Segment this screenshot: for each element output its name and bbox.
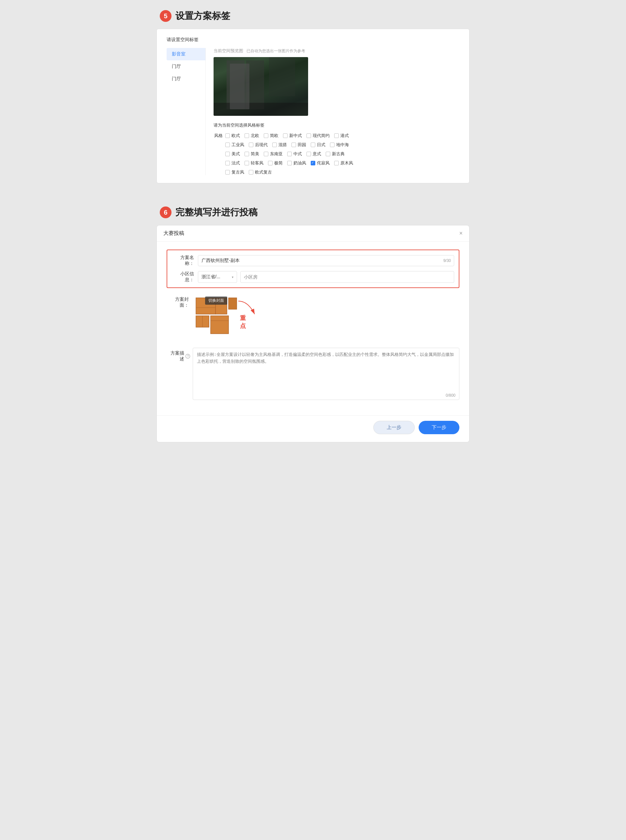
room-preview-image bbox=[214, 57, 308, 116]
style-row-4: 法式 轻客风 极简 奶油风 bbox=[214, 160, 452, 166]
style-item-7[interactable]: 后现代 bbox=[249, 142, 268, 148]
plan-name-field-wrap: 9/30 bbox=[198, 255, 454, 266]
step6-badge: 6 bbox=[160, 207, 172, 218]
style-row-5: 复古风 欧式复古 bbox=[214, 169, 452, 175]
plan-name-count: 9/30 bbox=[443, 259, 451, 263]
checkbox-16[interactable] bbox=[307, 152, 311, 156]
next-button[interactable]: 下一步 bbox=[419, 421, 459, 434]
checkbox-9[interactable] bbox=[291, 143, 296, 147]
style-item-11[interactable]: 地中海 bbox=[330, 142, 349, 148]
style-item-18[interactable]: 法式 bbox=[225, 160, 240, 166]
style-item-16[interactable]: 意式 bbox=[307, 151, 321, 157]
community-input[interactable] bbox=[240, 271, 454, 283]
checkbox-6[interactable] bbox=[225, 143, 230, 147]
style-item-20[interactable]: 极简 bbox=[268, 160, 283, 166]
modal-title: 大赛投稿 bbox=[163, 230, 184, 237]
switch-cover-button[interactable]: 切换封面 bbox=[205, 296, 227, 305]
style-item-19[interactable]: 轻客风 bbox=[244, 160, 263, 166]
desc-textarea[interactable] bbox=[193, 348, 459, 400]
space-item-2[interactable]: 门厅 bbox=[167, 73, 205, 85]
checkbox-10[interactable] bbox=[311, 143, 315, 147]
checkbox-20[interactable] bbox=[268, 161, 272, 165]
space-content: 当前空间预览图 已自动为您选出一张图片作为参考 请为当前空间选择风格标签 风格 bbox=[206, 48, 459, 175]
style-rows: 风格 欧式 北欧 简欧 bbox=[214, 133, 452, 175]
plan-name-input[interactable] bbox=[198, 255, 454, 266]
style-item-21[interactable]: 奶油风 bbox=[287, 160, 306, 166]
cover-row: 方案封面： bbox=[167, 295, 459, 341]
cover-label: 方案封面： bbox=[167, 295, 193, 308]
checkbox-23[interactable] bbox=[334, 161, 339, 165]
checkbox-24[interactable] bbox=[225, 170, 230, 174]
desc-row: 方案描述 ? 0/800 bbox=[167, 348, 459, 401]
style-item-4[interactable]: 现代简约 bbox=[307, 133, 330, 139]
plan-name-label: 方案名称： bbox=[172, 255, 198, 266]
style-item-15[interactable]: 中式 bbox=[287, 151, 302, 157]
style-row-3: 美式 简美 东南亚 中式 bbox=[214, 151, 452, 157]
style-item-13[interactable]: 简美 bbox=[244, 151, 259, 157]
checkbox-25[interactable] bbox=[249, 170, 254, 174]
checkbox-2[interactable] bbox=[264, 133, 268, 138]
plan-name-row: 方案名称： 9/30 bbox=[172, 255, 454, 266]
space-list: 影音室 门厅 门厅 bbox=[167, 48, 206, 175]
info-icon[interactable]: ? bbox=[186, 354, 190, 359]
checkbox-14[interactable] bbox=[264, 152, 268, 156]
style-item-1[interactable]: 北欧 bbox=[244, 133, 259, 139]
cover-content: 切换封面 重点 bbox=[193, 295, 242, 341]
community-label: 小区信息： bbox=[172, 271, 198, 283]
section5-card-label: 请设置空间标签 bbox=[167, 37, 459, 43]
section6-title: 完整填写并进行投稿 bbox=[175, 206, 258, 219]
section6-wrapper: 大赛投稿 × 方案名称： 9/30 小区信息： 浙江省/... bbox=[156, 225, 470, 442]
style-row-1: 风格 欧式 北欧 简欧 bbox=[214, 133, 452, 139]
close-button[interactable]: × bbox=[459, 230, 463, 237]
checkbox-0[interactable] bbox=[225, 133, 230, 138]
community-row: 小区信息： 浙江省/... ▾ bbox=[172, 271, 454, 283]
modal-card: 大赛投稿 × 方案名称： 9/30 小区信息： 浙江省/... bbox=[156, 225, 470, 442]
checkbox-19[interactable] bbox=[244, 161, 249, 165]
style-item-25[interactable]: 欧式复古 bbox=[249, 169, 272, 175]
community-field-wrap: 浙江省/... ▾ bbox=[198, 271, 454, 283]
checkbox-22[interactable] bbox=[311, 161, 315, 165]
style-item-9[interactable]: 田园 bbox=[291, 142, 306, 148]
style-item-0[interactable]: 欧式 bbox=[225, 133, 240, 139]
style-item-17[interactable]: 新古典 bbox=[326, 151, 344, 157]
style-item-3[interactable]: 新中式 bbox=[283, 133, 302, 139]
style-item-12[interactable]: 美式 bbox=[225, 151, 240, 157]
style-item-14[interactable]: 东南亚 bbox=[264, 151, 283, 157]
checkbox-1[interactable] bbox=[244, 133, 249, 138]
checkbox-7[interactable] bbox=[249, 143, 254, 147]
style-item-10[interactable]: 日式 bbox=[311, 142, 326, 148]
textarea-wrap: 0/800 bbox=[193, 348, 459, 401]
section5-body: 影音室 门厅 门厅 当前空间预览图 已自动为您选出一张图片作为参考 请为当前空间… bbox=[167, 48, 459, 175]
checkbox-8[interactable] bbox=[272, 143, 277, 147]
style-items-row-5: 复古风 欧式复古 bbox=[225, 169, 272, 175]
modal-header: 大赛投稿 × bbox=[157, 226, 469, 242]
step5-badge: 5 bbox=[160, 10, 172, 22]
checkbox-5[interactable] bbox=[334, 133, 339, 138]
chevron-down-icon: ▾ bbox=[232, 275, 233, 279]
section5-card: 请设置空间标签 影音室 门厅 门厅 当前空间预览图 已自动为您选出一张图片作为参… bbox=[156, 29, 470, 183]
style-item-6[interactable]: 工业风 bbox=[225, 142, 244, 148]
textarea-count: 0/800 bbox=[446, 393, 455, 398]
style-row-label: 风格 bbox=[214, 133, 225, 139]
checkbox-13[interactable] bbox=[244, 152, 249, 156]
checkbox-11[interactable] bbox=[330, 143, 335, 147]
checkbox-15[interactable] bbox=[287, 152, 292, 156]
style-item-22[interactable]: 侘寂风 bbox=[311, 160, 330, 166]
key-point-label: 重点 bbox=[240, 314, 246, 330]
checkbox-21[interactable] bbox=[287, 161, 292, 165]
style-item-8[interactable]: 混搭 bbox=[272, 142, 287, 148]
style-item-5[interactable]: 港式 bbox=[334, 133, 349, 139]
space-item-0[interactable]: 影音室 bbox=[167, 48, 205, 60]
space-item-1[interactable]: 门厅 bbox=[167, 60, 205, 73]
checkbox-12[interactable] bbox=[225, 152, 230, 156]
style-item-23[interactable]: 原木风 bbox=[334, 160, 353, 166]
checkbox-4[interactable] bbox=[307, 133, 311, 138]
checkbox-18[interactable] bbox=[225, 161, 230, 165]
style-items-row-4: 法式 轻客风 极简 奶油风 bbox=[225, 160, 353, 166]
prev-button[interactable]: 上一步 bbox=[373, 421, 415, 434]
province-select[interactable]: 浙江省/... ▾ bbox=[198, 271, 237, 283]
checkbox-17[interactable] bbox=[326, 152, 330, 156]
style-item-24[interactable]: 复古风 bbox=[225, 169, 244, 175]
style-item-2[interactable]: 简欧 bbox=[264, 133, 279, 139]
checkbox-3[interactable] bbox=[283, 133, 288, 138]
